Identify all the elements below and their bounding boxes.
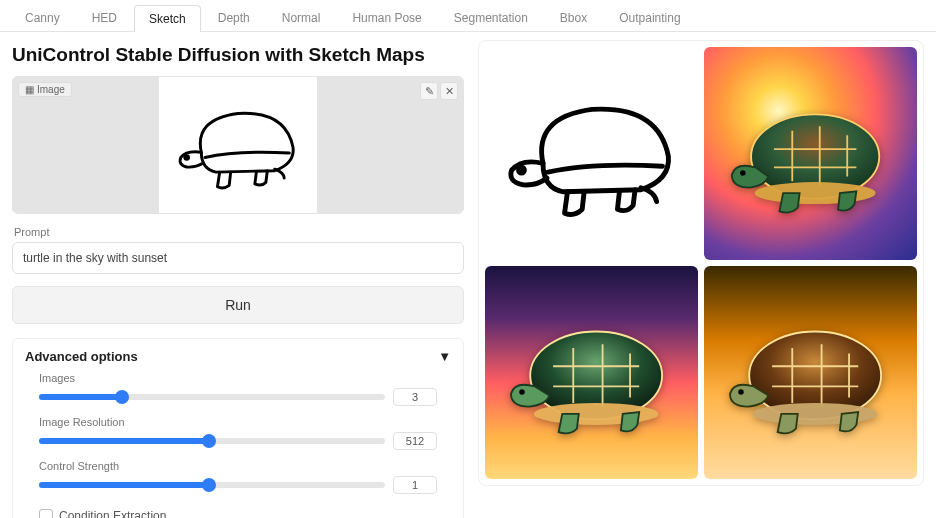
slider-resolution-value: 512: [393, 432, 437, 450]
slider-control-strength-label: Control Strength: [39, 460, 437, 472]
tab-human-pose[interactable]: Human Pose: [337, 4, 436, 31]
tab-sketch[interactable]: Sketch: [134, 5, 201, 32]
turtle-render-icon: [719, 85, 902, 222]
tab-normal[interactable]: Normal: [267, 4, 336, 31]
edit-image-button[interactable]: ✎: [420, 82, 438, 100]
tab-bar: Canny HED Sketch Depth Normal Human Pose…: [0, 0, 936, 32]
input-image-box[interactable]: ▦ Image ✎ ✕: [12, 76, 464, 214]
tab-hed[interactable]: HED: [77, 4, 132, 31]
tab-bbox[interactable]: Bbox: [545, 4, 602, 31]
gallery-cell-render-3[interactable]: [704, 266, 917, 479]
tab-outpainting[interactable]: Outpainting: [604, 4, 695, 31]
svg-point-0: [185, 156, 189, 160]
slider-resolution-track[interactable]: [39, 438, 385, 444]
image-label-text: Image: [37, 84, 65, 95]
output-gallery: [478, 40, 924, 486]
turtle-sketch-icon: [163, 90, 313, 200]
tab-segmentation[interactable]: Segmentation: [439, 4, 543, 31]
slider-images-value: 3: [393, 388, 437, 406]
tab-depth[interactable]: Depth: [203, 4, 265, 31]
close-icon: ✕: [445, 85, 454, 98]
image-icon: ▦: [25, 84, 34, 95]
run-button[interactable]: Run: [12, 286, 464, 324]
checkbox-icon[interactable]: [39, 509, 53, 518]
svg-point-10: [738, 389, 743, 394]
advanced-options: Advanced options ▼ Images 3 Image Resolu…: [12, 338, 464, 518]
clear-image-button[interactable]: ✕: [440, 82, 458, 100]
prompt-label: Prompt: [14, 226, 464, 238]
svg-point-7: [519, 389, 524, 394]
turtle-sketch-large-icon: [494, 80, 690, 227]
slider-images-label: Images: [39, 372, 437, 384]
slider-control-strength: Control Strength 1: [25, 460, 451, 494]
gallery-cell-render-2[interactable]: [485, 266, 698, 479]
advanced-options-toggle[interactable]: Advanced options ▼: [25, 349, 451, 364]
gallery-cell-render-1[interactable]: [704, 47, 917, 260]
svg-point-3: [755, 182, 876, 204]
slider-images: Images 3: [25, 372, 451, 406]
image-label: ▦ Image: [18, 82, 72, 97]
advanced-options-title: Advanced options: [25, 349, 138, 364]
slider-resolution: Image Resolution 512: [25, 416, 451, 450]
svg-point-4: [740, 170, 745, 175]
svg-point-1: [518, 167, 524, 173]
check-condition-extraction[interactable]: Condition Extraction: [25, 504, 451, 518]
turtle-render-icon: [500, 304, 683, 441]
slider-control-strength-track[interactable]: [39, 482, 385, 488]
chevron-down-icon: ▼: [438, 349, 451, 364]
page-title: UniControl Stable Diffusion with Sketch …: [12, 44, 464, 66]
turtle-render-icon: [719, 304, 902, 441]
tab-canny[interactable]: Canny: [10, 4, 75, 31]
check-condition-extraction-label: Condition Extraction: [59, 509, 166, 518]
gallery-cell-sketch[interactable]: [485, 47, 698, 260]
prompt-input[interactable]: [12, 242, 464, 274]
edit-icon: ✎: [425, 85, 434, 98]
slider-control-strength-value: 1: [393, 476, 437, 494]
slider-images-track[interactable]: [39, 394, 385, 400]
slider-resolution-label: Image Resolution: [39, 416, 437, 428]
